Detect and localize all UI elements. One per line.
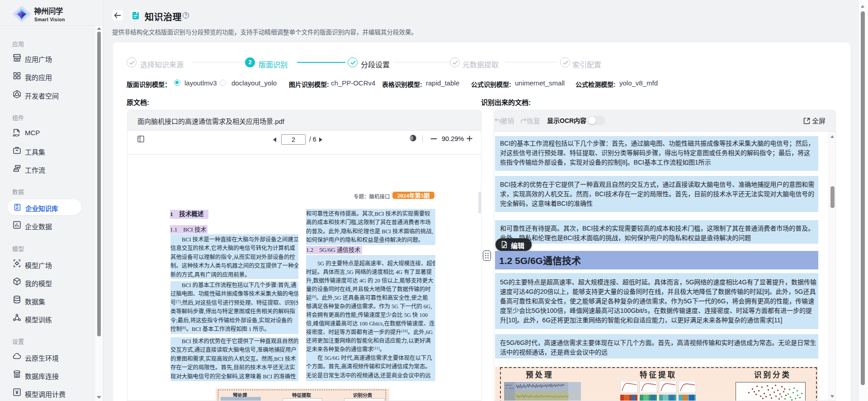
svg-text:32 - 100 Hz: 32 - 100 Hz	[505, 387, 514, 389]
svg-text:MCP: MCP	[13, 134, 20, 137]
svg-text:gamma: gamma	[505, 384, 512, 386]
